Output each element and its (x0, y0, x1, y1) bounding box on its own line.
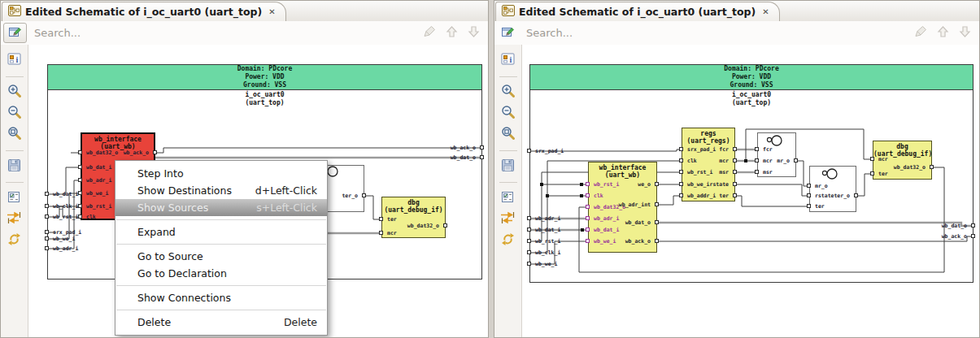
port-square[interactable] (971, 234, 975, 238)
port-square[interactable] (854, 193, 858, 197)
port-square[interactable] (586, 216, 590, 220)
port-square[interactable] (733, 193, 737, 197)
search-next-icon[interactable] (959, 25, 971, 41)
port-square[interactable] (733, 158, 737, 162)
port-square[interactable] (586, 205, 590, 209)
port-square[interactable] (480, 145, 484, 150)
annotate-edit-button[interactable] (497, 24, 519, 42)
search-previous-icon[interactable] (446, 25, 458, 41)
port-square[interactable] (733, 147, 737, 151)
port-square[interactable] (527, 262, 531, 266)
port-square[interactable] (870, 157, 874, 161)
port-square[interactable] (480, 155, 484, 159)
properties-button[interactable]: i (498, 51, 519, 71)
search-next-icon[interactable] (468, 25, 480, 41)
port-square[interactable] (443, 223, 447, 228)
save-button[interactable] (4, 157, 25, 176)
left-schematic-canvas[interactable]: Domain: PDcorePower: VDDGround: VSSi_oc_… (28, 45, 488, 337)
schematic-block-regs[interactable]: regs(uart_regs) (682, 128, 735, 202)
port-square[interactable] (78, 214, 82, 219)
zoom-fit-button[interactable] (498, 125, 519, 145)
port-square[interactable] (586, 193, 590, 197)
port-square[interactable] (153, 150, 157, 154)
port-square[interactable] (930, 165, 934, 169)
properties-button[interactable]: i (4, 51, 25, 71)
port-square[interactable] (78, 191, 82, 195)
port-square[interactable] (971, 223, 975, 228)
zoom-in-button[interactable] (498, 83, 519, 102)
tab-close-icon[interactable]: ✕ (268, 7, 275, 16)
port-square[interactable] (655, 239, 659, 243)
clear-search-icon[interactable] (423, 25, 436, 41)
port-square[interactable] (807, 184, 811, 188)
port-square[interactable] (379, 231, 383, 235)
menu-item-show-connections[interactable]: Show Connections (115, 289, 327, 306)
port-square[interactable] (755, 147, 759, 151)
port-square[interactable] (586, 239, 590, 243)
port-square[interactable] (807, 204, 811, 208)
signals-button[interactable] (498, 210, 519, 229)
search-previous-icon[interactable] (937, 25, 949, 41)
refresh-button[interactable] (4, 231, 25, 250)
menu-item-go-to-source[interactable]: Go to Source (115, 248, 327, 265)
port-square[interactable] (586, 182, 590, 186)
save-button[interactable] (498, 157, 519, 176)
port-square[interactable] (679, 193, 683, 197)
port-square[interactable] (45, 236, 49, 240)
port-square[interactable] (679, 158, 683, 162)
search-input[interactable]: Search... (526, 27, 914, 39)
port-square[interactable] (527, 250, 531, 254)
port-square[interactable] (78, 178, 82, 182)
port-square[interactable] (586, 228, 590, 232)
annotate-edit-button[interactable] (3, 23, 27, 43)
port-square[interactable] (45, 204, 49, 208)
settings-button[interactable] (4, 188, 25, 208)
right-tab[interactable]: Edited Schematic of i_oc_uart0 (uart_top… (495, 2, 780, 21)
settings-button[interactable] (498, 188, 519, 208)
port-square[interactable] (45, 230, 49, 234)
port-square[interactable] (45, 192, 49, 196)
port-square[interactable] (755, 170, 759, 174)
port-square[interactable] (78, 204, 82, 208)
zoom-fit-button[interactable] (4, 125, 25, 145)
menu-item-step-into[interactable]: Step Into (115, 165, 327, 182)
port-square[interactable] (794, 158, 798, 162)
port-square[interactable] (755, 158, 759, 162)
port-square[interactable] (362, 193, 366, 197)
zoom-out-button[interactable] (4, 104, 25, 124)
port-square[interactable] (679, 182, 683, 186)
port-square[interactable] (655, 202, 659, 206)
menu-item-go-to-declaration[interactable]: Go to Declaration (115, 265, 327, 282)
right-schematic-canvas[interactable]: Domain: PDcorePower: VDDGround: VSSi_oc_… (522, 45, 979, 337)
clear-search-icon[interactable] (914, 25, 927, 41)
zoom-out-button[interactable] (498, 104, 519, 124)
menu-item-show-sources[interactable]: Show Sourcess+Left-Click (115, 199, 327, 216)
menu-item-expand[interactable]: Expand (115, 223, 327, 240)
refresh-button[interactable] (498, 231, 519, 250)
zoom-in-button[interactable] (4, 83, 25, 102)
port-square[interactable] (655, 220, 659, 224)
port-square[interactable] (45, 246, 49, 250)
port-square[interactable] (655, 182, 659, 186)
port-square[interactable] (527, 149, 531, 153)
signals-button[interactable] (4, 210, 25, 229)
left-tab[interactable]: Edited Schematic of i_oc_uart0 (uart_top… (2, 2, 286, 21)
port-square[interactable] (45, 214, 49, 219)
port-square[interactable] (679, 170, 683, 174)
port-square[interactable] (379, 217, 383, 221)
port-square[interactable] (78, 165, 82, 169)
search-input[interactable]: Search... (34, 27, 423, 39)
port-square[interactable] (78, 150, 82, 154)
port-square[interactable] (870, 171, 874, 176)
port-square[interactable] (807, 193, 811, 197)
port-square[interactable] (733, 170, 737, 174)
port-square[interactable] (679, 147, 683, 151)
port-square[interactable] (527, 216, 531, 220)
port-square[interactable] (527, 228, 531, 232)
port-square[interactable] (733, 182, 737, 186)
menu-item-delete[interactable]: DeleteDelete (115, 314, 327, 331)
wire (735, 184, 809, 196)
tab-close-icon[interactable]: ✕ (762, 7, 769, 16)
menu-item-show-destinations[interactable]: Show Destinationsd+Left-Click (115, 182, 327, 199)
port-square[interactable] (527, 239, 531, 243)
